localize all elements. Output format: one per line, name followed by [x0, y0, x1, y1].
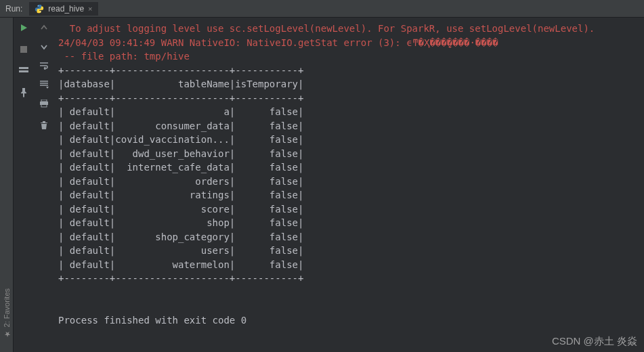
rerun-button[interactable]	[18, 22, 30, 34]
run-tab[interactable]: read_hive ×	[29, 2, 98, 16]
star-icon: ★	[2, 330, 11, 338]
svg-rect-4	[19, 70, 28, 72]
layout-button[interactable]	[18, 65, 30, 77]
soft-wrap-button[interactable]	[38, 60, 50, 72]
scroll-to-end-button[interactable]	[38, 79, 50, 91]
close-icon[interactable]: ×	[88, 5, 92, 13]
run-actions-gutter	[14, 18, 34, 352]
console-actions-gutter	[34, 18, 54, 352]
scroll-down-button[interactable]	[38, 41, 50, 53]
pin-button[interactable]	[18, 87, 30, 99]
favorites-label: 2: Favorites	[3, 288, 11, 327]
run-tab-label: read_hive	[48, 4, 84, 14]
svg-point-1	[41, 11, 41, 12]
ide-left-rail: ★ 2: Favorites	[0, 18, 14, 352]
svg-point-0	[38, 5, 39, 6]
svg-rect-2	[20, 46, 27, 53]
scroll-up-button[interactable]	[38, 22, 50, 34]
clear-all-button[interactable]	[38, 119, 50, 131]
print-button[interactable]	[38, 97, 50, 110]
svg-rect-3	[19, 67, 28, 69]
stop-button[interactable]	[18, 43, 30, 56]
svg-rect-5	[41, 100, 47, 102]
favorites-tool-button[interactable]: ★ 2: Favorites	[2, 288, 11, 338]
python-file-icon	[35, 4, 44, 14]
main-area: ★ 2: Favorites	[0, 18, 644, 352]
console-output[interactable]: To adjust logging level use sc.setLogLev…	[54, 18, 644, 352]
run-label: Run:	[5, 4, 22, 14]
run-tool-window-header: Run: read_hive ×	[0, 0, 644, 18]
